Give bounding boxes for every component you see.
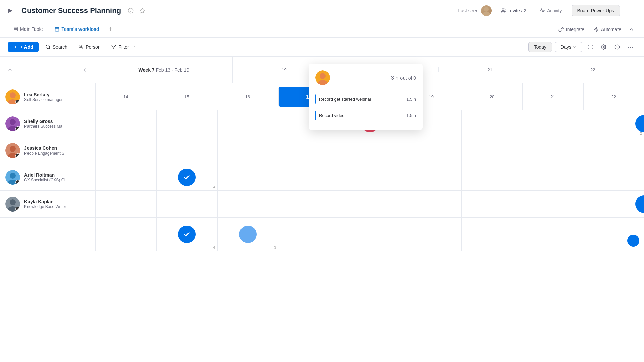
info-icon[interactable] (128, 8, 134, 14)
avatar-badge-kayla (15, 207, 20, 212)
cell-ariel-15 (156, 191, 217, 217)
person-name: Shelly Gross (24, 119, 90, 124)
activity-label: Activity (547, 8, 562, 13)
cell-lea-15 (156, 110, 217, 137)
person-role: CX Specialist (CXS) Gl... (24, 178, 90, 182)
cell-ariel-16 (217, 191, 278, 217)
person-name: Lea Serfaty (24, 92, 90, 97)
day-col-22b: 22 (583, 83, 644, 110)
cell-ariel-22 (583, 191, 644, 217)
cell-ariel-21 (522, 191, 583, 217)
avatar-kayla (5, 197, 20, 212)
automate-button[interactable]: Automate (590, 25, 625, 34)
search-button[interactable]: Search (41, 42, 71, 52)
svg-marker-21 (112, 45, 116, 49)
avatar-jessica (5, 143, 20, 158)
task-dot-kayla-22b[interactable] (627, 235, 639, 247)
invite-button[interactable]: Invite / 2 (497, 6, 530, 15)
svg-point-22 (603, 46, 604, 48)
day-headers-extra: 19 20 21 22 (233, 67, 644, 72)
cell-lea-20 (461, 110, 522, 137)
cell-shelly-20 (461, 137, 522, 164)
day-header-21: 21 (438, 67, 541, 72)
expand-button[interactable] (585, 42, 596, 52)
more-toolbar-button[interactable]: ⋯ (625, 42, 636, 52)
avatar-badge-lea (15, 100, 20, 104)
popup-item-time-1: 1.5 h (406, 97, 416, 102)
person-role: Self Service manager (24, 97, 90, 102)
calendar-row-ariel (95, 191, 644, 218)
cell-jessica-17 (278, 164, 339, 190)
svg-rect-11 (55, 27, 59, 31)
cell-ariel-17 (278, 191, 339, 217)
task-dot-ariel-right[interactable] (635, 195, 644, 213)
filter-button[interactable]: Filter (107, 42, 139, 52)
days-selector[interactable]: Days (555, 42, 582, 52)
task-dot-kayla-15[interactable] (178, 226, 196, 243)
task-dot-kayla-16[interactable] (239, 226, 257, 243)
calendar-row-shelly (95, 137, 644, 164)
day-col-15: 15 (156, 83, 217, 110)
svg-marker-15 (594, 27, 598, 32)
cell-kayla-18 (339, 218, 400, 251)
svg-rect-7 (14, 27, 18, 31)
cell-shelly-16 (217, 137, 278, 164)
integrate-button[interactable]: Integrate (554, 25, 588, 34)
person-row-ariel[interactable]: Ariel Roitman CX Specialist (CXS) Gl... (0, 164, 95, 191)
avatar-shelly (5, 116, 20, 131)
popup-item-bar-2 (315, 111, 316, 120)
day-header-22: 22 (541, 67, 644, 72)
day-col-16: 16 (217, 83, 278, 110)
popup-item-bar-1 (315, 94, 316, 104)
person-role: People Engagement S... (24, 151, 90, 156)
cell-jessica-14 (95, 164, 156, 190)
person-name: Kayla Kaplan (24, 199, 90, 204)
svg-point-6 (502, 9, 504, 10)
help-button[interactable] (612, 42, 623, 52)
popup-item-time-2: 1.5 h (406, 113, 416, 118)
cell-count-kayla-15: 4 (213, 245, 215, 249)
tab-teams-workload[interactable]: Team's workload (49, 24, 104, 35)
svg-point-4 (484, 7, 489, 12)
scroll-left-button[interactable] (80, 65, 90, 75)
today-button[interactable]: Today (528, 42, 552, 52)
activity-button[interactable]: Activity (536, 6, 566, 15)
avatar-lea (5, 89, 20, 104)
person-role: Partners Success Ma... (24, 124, 90, 129)
more-options-button[interactable]: ⋯ (625, 5, 636, 16)
cell-shelly-19 (400, 137, 461, 164)
task-dot-jessica-15[interactable] (178, 169, 196, 186)
star-icon[interactable] (139, 8, 145, 14)
svg-point-26 (10, 92, 16, 98)
people-column: Lea Serfaty Self Service manager Shelly … (0, 57, 95, 362)
cell-kayla-22 (583, 218, 644, 251)
board-power-ups-button[interactable]: Board Power-Ups (572, 5, 620, 16)
svg-point-32 (10, 146, 16, 152)
cell-ariel-19 (400, 191, 461, 217)
calendar-row-jessica: 4 (95, 164, 644, 191)
add-tab-button[interactable]: + (106, 25, 115, 34)
popup-item-1[interactable]: Record get started webinar 1.5 h (315, 90, 416, 107)
cell-shelly-14 (95, 137, 156, 164)
popup-item-2[interactable]: Record video 1.5 h (315, 107, 416, 123)
person-info-kayla: Kayla Kaplan Knowledge Base Writer (24, 199, 90, 209)
popup-avatar (315, 70, 330, 85)
cell-shelly-21 (522, 137, 583, 164)
person-row-lea[interactable]: Lea Serfaty Self Service manager (0, 83, 95, 110)
settings-button[interactable] (598, 42, 609, 52)
person-role: Knowledge Base Writer (24, 204, 90, 209)
task-popup: 3 h out of 0 Record get started webinar … (309, 64, 423, 130)
popup-item-label-2: Record video (319, 113, 404, 118)
scroll-up-button[interactable] (5, 65, 15, 75)
cell-ariel-20 (461, 191, 522, 217)
person-button[interactable]: Person (74, 42, 104, 52)
person-row-jessica[interactable]: Jessica Cohen People Engagement S... (0, 137, 95, 164)
person-row-shelly[interactable]: Shelly Gross Partners Success Ma... (0, 110, 95, 137)
tab-main-table[interactable]: Main Table (8, 24, 48, 35)
svg-point-29 (10, 119, 16, 125)
collapse-button[interactable] (627, 25, 636, 34)
person-name: Ariel Roitman (24, 172, 90, 178)
add-button[interactable]: + Add (8, 42, 39, 52)
sidebar-toggle[interactable]: ▶ (8, 7, 16, 15)
person-row-kayla[interactable]: Kayla Kaplan Knowledge Base Writer (0, 191, 95, 218)
